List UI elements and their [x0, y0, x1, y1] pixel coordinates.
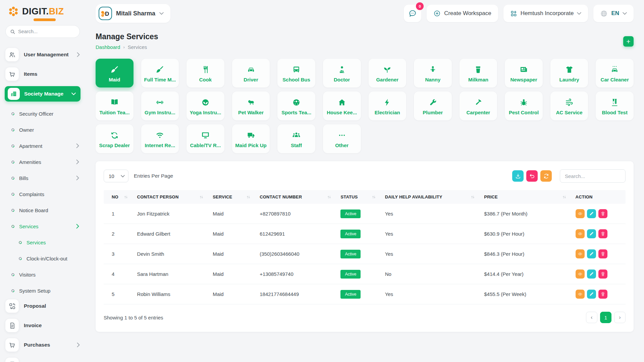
view-button[interactable] [576, 209, 585, 218]
column-header-status[interactable]: STATUS [336, 190, 380, 204]
column-label: CONTACT PERSON [137, 194, 179, 199]
edit-button[interactable] [587, 209, 596, 218]
sidebar-subitem-notice-board[interactable]: Notice Board [0, 202, 86, 218]
sidebar-subitem-amenities[interactable]: Amenities [0, 154, 86, 170]
sort-icon [471, 195, 475, 199]
column-header-no[interactable]: NO [104, 190, 132, 204]
service-tile-car-cleaner[interactable]: Car Cleaner [596, 59, 634, 87]
sidebar-subitem-services[interactable]: Services [0, 218, 86, 234]
delete-button[interactable] [598, 249, 607, 258]
service-tile-full-time-m[interactable]: Full Time M... [141, 59, 179, 87]
service-tile-newspaper[interactable]: Newspaper [505, 59, 543, 87]
service-tile-nanny[interactable]: Nanny [414, 59, 452, 87]
service-tile-school-bus[interactable]: School Bus [277, 59, 315, 87]
sidebar-subitem-system-setup[interactable]: System Setup [0, 283, 86, 299]
previous-page-button[interactable]: ‹ [586, 312, 597, 323]
sidebar-subitem-security-officer[interactable]: Security Officer [0, 106, 86, 122]
service-tile-sports-tea[interactable]: Sports Tea... [277, 92, 315, 120]
service-tile-other[interactable]: Other [323, 124, 361, 153]
refresh-button[interactable] [540, 170, 552, 182]
breadcrumb-separator: › [123, 45, 124, 50]
view-button[interactable] [576, 290, 585, 299]
sidebar-item-projects[interactable]: Projects [0, 357, 86, 362]
service-tile-maid-pick-up[interactable]: Maid Pick Up [232, 124, 270, 153]
edit-button[interactable] [587, 290, 596, 299]
edit-button[interactable] [587, 249, 596, 258]
service-tile-house-kee[interactable]: House Kee... [323, 92, 361, 120]
workspace-avatar: D [99, 7, 112, 20]
eye-icon [578, 231, 583, 236]
service-tile-yoga-instru[interactable]: Yoga Instru... [186, 92, 224, 120]
sidebar-subitem-bills[interactable]: Bills [0, 170, 86, 186]
undo-button[interactable] [526, 170, 538, 182]
sidebar-subitem-visitors[interactable]: Visitors [0, 266, 86, 283]
workspace-selector[interactable]: D Mitali Sharma [96, 4, 170, 23]
sidebar-item-proposal[interactable]: Proposal [0, 299, 86, 313]
company-selector[interactable]: Hemtush Incorporate [503, 5, 588, 22]
service-tile-plumber[interactable]: Plumber [414, 92, 452, 120]
export-button[interactable] [512, 170, 524, 182]
sidebar-item-society-manage[interactable]: Society Manage [5, 86, 80, 102]
column-header-contact-number[interactable]: CONTACT NUMBER [255, 190, 336, 204]
entries-per-page-select[interactable]: 10 [104, 170, 128, 182]
sidebar-subitem-apartment[interactable]: Apartment [0, 138, 86, 154]
sidebar-subitem-complaints[interactable]: Complaints [0, 186, 86, 202]
next-page-button[interactable]: › [614, 312, 626, 323]
service-tile-blood-test[interactable]: Blood Test [596, 92, 634, 120]
service-tile-label: Newspaper [511, 77, 537, 82]
sidebar-subitem-services[interactable]: Services [0, 234, 86, 250]
service-tile-carpenter[interactable]: Carpenter [460, 92, 497, 120]
column-header-price[interactable]: PRICE [479, 190, 571, 204]
column-header-service[interactable]: SERVICE [208, 190, 255, 204]
edit-button[interactable] [587, 269, 596, 279]
service-tile-gym-instru[interactable]: Gym Instru... [141, 92, 179, 120]
service-tile-maid[interactable]: Maid [96, 59, 133, 87]
delete-button[interactable] [598, 269, 607, 279]
service-tile-laundry[interactable]: Laundry [550, 59, 588, 87]
service-tile-pest-control[interactable]: Pest Control [505, 92, 543, 120]
delete-button[interactable] [598, 209, 607, 218]
sidebar-item-user-management[interactable]: User Management [0, 47, 86, 62]
service-tile-milkman[interactable]: Milkman [460, 59, 497, 87]
sidebar-subitem-clock-in-clock-out[interactable]: Clock-in/Clock-out [0, 250, 86, 266]
create-workspace-button[interactable]: Create Workspace [427, 5, 498, 22]
breadcrumb-dashboard[interactable]: Dashboard [96, 44, 120, 50]
column-header-contact-person[interactable]: CONTACT PERSON [132, 190, 208, 204]
service-tile-electrician[interactable]: Electrician [369, 92, 407, 120]
cell-no: 1 [104, 204, 132, 224]
service-tile-scrap-dealer[interactable]: Scrap Dealer [96, 124, 133, 153]
service-tile-staff[interactable]: Staff [277, 124, 315, 153]
view-button[interactable] [576, 269, 585, 279]
service-tile-doctor[interactable]: Doctor [323, 59, 361, 87]
bullet-icon [11, 273, 15, 277]
service-tile-cable-tv-r[interactable]: Cable/TV R... [186, 124, 224, 153]
delete-button[interactable] [598, 229, 607, 238]
service-tile-gardener[interactable]: Gardener [369, 59, 407, 87]
service-tile-pet-walker[interactable]: Pet Walker [232, 92, 270, 120]
column-header-daily-help-availability[interactable]: DAILY HELP AVAILABILITY [380, 190, 480, 204]
sidebar-search-input[interactable] [18, 29, 75, 34]
breadcrumb: Dashboard › Services [96, 44, 158, 50]
projects-icon [9, 361, 16, 362]
delete-button[interactable] [598, 290, 607, 299]
service-tile-tuition-tea[interactable]: Tuition Tea... [96, 92, 133, 120]
service-tile-ac-service[interactable]: AC Service [550, 92, 588, 120]
chat-button[interactable]: 0 [404, 5, 421, 22]
edit-button[interactable] [587, 229, 596, 238]
sidebar-item-purchases[interactable]: Purchases [0, 338, 86, 352]
sidebar-subitem-label: Security Officer [19, 111, 53, 117]
page-number-button[interactable]: 1 [600, 312, 611, 323]
table-search-input[interactable] [560, 169, 626, 183]
brand-logo[interactable]: DIGIT.BIZ [0, 5, 86, 17]
service-tile-cook[interactable]: Cook [186, 59, 224, 87]
service-tile-driver[interactable]: Driver [232, 59, 270, 87]
view-button[interactable] [576, 249, 585, 258]
sidebar-item-invoice[interactable]: Invoice [0, 318, 86, 333]
sidebar-subitem-owner[interactable]: Owner [0, 122, 86, 138]
add-service-button[interactable]: + [623, 36, 634, 47]
cell-actions [571, 284, 626, 304]
sidebar-item-items[interactable]: Items [0, 67, 86, 81]
language-selector[interactable]: EN [593, 5, 634, 22]
service-tile-internet-re[interactable]: Internet Re... [141, 124, 179, 153]
view-button[interactable] [576, 229, 585, 238]
